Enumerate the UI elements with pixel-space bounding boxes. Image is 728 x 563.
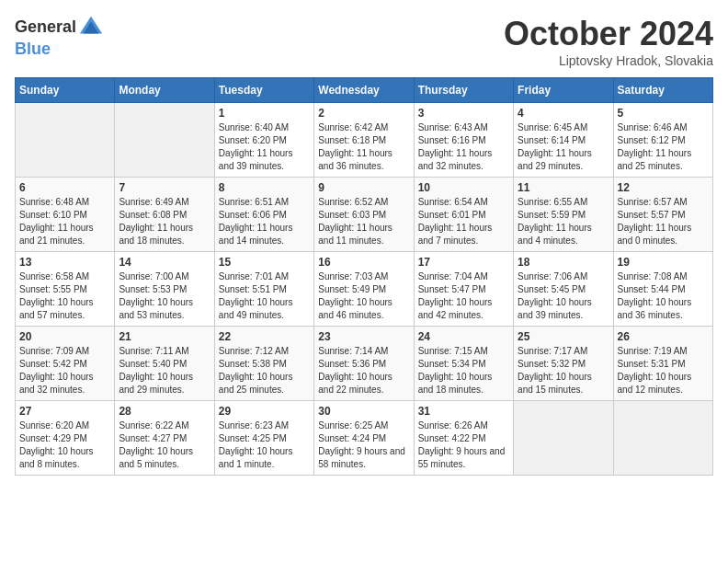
day-info: Sunrise: 6:25 AMSunset: 4:24 PMDaylight:… (318, 419, 409, 471)
day-number: 16 (318, 256, 409, 269)
calendar-cell: 25 Sunrise: 7:17 AMSunset: 5:32 PMDaylig… (514, 327, 613, 401)
title-block: October 2024 Liptovsky Hradok, Slovakia (504, 15, 713, 68)
weekday-header: Sunday (16, 78, 115, 103)
calendar-cell: 20 Sunrise: 7:09 AMSunset: 5:42 PMDaylig… (16, 327, 115, 401)
day-info: Sunrise: 6:52 AMSunset: 6:03 PMDaylight:… (318, 196, 409, 247)
calendar-cell: 24 Sunrise: 7:15 AMSunset: 5:34 PMDaylig… (414, 327, 513, 401)
day-info: Sunrise: 6:55 AMSunset: 5:59 PMDaylight:… (518, 196, 609, 247)
day-info: Sunrise: 6:49 AMSunset: 6:08 PMDaylight:… (119, 196, 210, 247)
calendar-cell: 7 Sunrise: 6:49 AMSunset: 6:08 PMDayligh… (115, 178, 214, 252)
calendar-week-row: 1 Sunrise: 6:40 AMSunset: 6:20 PMDayligh… (16, 103, 713, 178)
day-number: 23 (318, 330, 409, 343)
day-info: Sunrise: 7:12 AMSunset: 5:38 PMDaylight:… (219, 345, 310, 396)
calendar-cell: 15 Sunrise: 7:01 AMSunset: 5:51 PMDaylig… (214, 252, 313, 327)
calendar-cell: 1 Sunrise: 6:40 AMSunset: 6:20 PMDayligh… (214, 103, 313, 178)
weekday-header: Wednesday (314, 78, 414, 103)
day-number: 2 (318, 107, 409, 120)
weekday-header: Saturday (613, 78, 712, 103)
day-number: 31 (418, 405, 509, 418)
day-info: Sunrise: 7:15 AMSunset: 5:34 PMDaylight:… (418, 345, 509, 396)
calendar-cell (514, 401, 613, 476)
weekday-header-row: SundayMondayTuesdayWednesdayThursdayFrid… (16, 78, 713, 103)
day-number: 3 (418, 107, 509, 120)
day-info: Sunrise: 7:00 AMSunset: 5:53 PMDaylight:… (119, 270, 210, 322)
calendar-cell (613, 401, 712, 476)
month-title: October 2024 (504, 15, 713, 53)
calendar-cell: 29 Sunrise: 6:23 AMSunset: 4:25 PMDaylig… (214, 401, 313, 476)
day-info: Sunrise: 6:23 AMSunset: 4:25 PMDaylight:… (219, 419, 310, 471)
day-number: 6 (19, 181, 110, 194)
day-number: 22 (219, 330, 310, 343)
day-info: Sunrise: 7:04 AMSunset: 5:47 PMDaylight:… (418, 270, 509, 322)
day-info: Sunrise: 6:40 AMSunset: 6:20 PMDaylight:… (219, 121, 310, 173)
day-number: 15 (219, 256, 310, 269)
calendar-cell: 23 Sunrise: 7:14 AMSunset: 5:36 PMDaylig… (314, 327, 414, 401)
day-info: Sunrise: 7:01 AMSunset: 5:51 PMDaylight:… (219, 270, 310, 322)
day-info: Sunrise: 7:19 AMSunset: 5:31 PMDaylight:… (618, 345, 709, 396)
day-number: 27 (19, 405, 110, 418)
day-number: 20 (19, 330, 110, 343)
day-info: Sunrise: 6:48 AMSunset: 6:10 PMDaylight:… (19, 196, 110, 247)
calendar-week-row: 27 Sunrise: 6:20 AMSunset: 4:29 PMDaylig… (16, 401, 713, 476)
day-info: Sunrise: 6:57 AMSunset: 5:57 PMDaylight:… (618, 196, 709, 247)
calendar-cell: 8 Sunrise: 6:51 AMSunset: 6:06 PMDayligh… (214, 178, 313, 252)
day-info: Sunrise: 7:03 AMSunset: 5:49 PMDaylight:… (318, 270, 409, 322)
calendar-cell (16, 103, 115, 178)
calendar-cell: 9 Sunrise: 6:52 AMSunset: 6:03 PMDayligh… (314, 178, 414, 252)
day-number: 26 (618, 330, 709, 343)
calendar-cell: 10 Sunrise: 6:54 AMSunset: 6:01 PMDaylig… (414, 178, 513, 252)
day-number: 5 (618, 107, 709, 120)
day-info: Sunrise: 7:14 AMSunset: 5:36 PMDaylight:… (318, 345, 409, 396)
day-info: Sunrise: 6:26 AMSunset: 4:22 PMDaylight:… (418, 419, 509, 471)
day-number: 30 (318, 405, 409, 418)
calendar-cell: 6 Sunrise: 6:48 AMSunset: 6:10 PMDayligh… (16, 178, 115, 252)
day-info: Sunrise: 6:46 AMSunset: 6:12 PMDaylight:… (618, 121, 709, 173)
day-number: 7 (119, 181, 210, 194)
day-info: Sunrise: 6:58 AMSunset: 5:55 PMDaylight:… (19, 270, 110, 322)
logo-blue-text: Blue (15, 40, 51, 58)
weekday-header: Tuesday (214, 78, 313, 103)
calendar-cell: 11 Sunrise: 6:55 AMSunset: 5:59 PMDaylig… (514, 178, 613, 252)
logo: General Blue (15, 15, 104, 59)
day-info: Sunrise: 6:51 AMSunset: 6:06 PMDaylight:… (219, 196, 310, 247)
calendar-cell: 14 Sunrise: 7:00 AMSunset: 5:53 PMDaylig… (115, 252, 214, 327)
day-info: Sunrise: 6:42 AMSunset: 6:18 PMDaylight:… (318, 121, 409, 173)
calendar-cell: 16 Sunrise: 7:03 AMSunset: 5:49 PMDaylig… (314, 252, 414, 327)
day-info: Sunrise: 7:09 AMSunset: 5:42 PMDaylight:… (19, 345, 110, 396)
day-number: 8 (219, 181, 310, 194)
day-info: Sunrise: 6:20 AMSunset: 4:29 PMDaylight:… (19, 419, 110, 471)
day-info: Sunrise: 7:06 AMSunset: 5:45 PMDaylight:… (518, 270, 609, 322)
day-number: 10 (418, 181, 509, 194)
calendar-week-row: 20 Sunrise: 7:09 AMSunset: 5:42 PMDaylig… (16, 327, 713, 401)
calendar-cell: 30 Sunrise: 6:25 AMSunset: 4:24 PMDaylig… (314, 401, 414, 476)
day-number: 12 (618, 181, 709, 194)
day-number: 17 (418, 256, 509, 269)
day-number: 29 (219, 405, 310, 418)
day-number: 14 (119, 256, 210, 269)
calendar-cell (115, 103, 214, 178)
day-info: Sunrise: 6:22 AMSunset: 4:27 PMDaylight:… (119, 419, 210, 471)
calendar-cell: 26 Sunrise: 7:19 AMSunset: 5:31 PMDaylig… (613, 327, 712, 401)
day-number: 9 (318, 181, 409, 194)
day-number: 25 (518, 330, 609, 343)
day-number: 4 (518, 107, 609, 120)
logo-icon (78, 15, 104, 40)
day-number: 11 (518, 181, 609, 194)
weekday-header: Thursday (414, 78, 513, 103)
calendar-cell: 27 Sunrise: 6:20 AMSunset: 4:29 PMDaylig… (16, 401, 115, 476)
day-number: 18 (518, 256, 609, 269)
calendar-cell: 19 Sunrise: 7:08 AMSunset: 5:44 PMDaylig… (613, 252, 712, 327)
calendar-cell: 21 Sunrise: 7:11 AMSunset: 5:40 PMDaylig… (115, 327, 214, 401)
calendar-cell: 5 Sunrise: 6:46 AMSunset: 6:12 PMDayligh… (613, 103, 712, 178)
day-number: 13 (19, 256, 110, 269)
calendar-cell: 22 Sunrise: 7:12 AMSunset: 5:38 PMDaylig… (214, 327, 313, 401)
day-info: Sunrise: 6:54 AMSunset: 6:01 PMDaylight:… (418, 196, 509, 247)
calendar-cell: 17 Sunrise: 7:04 AMSunset: 5:47 PMDaylig… (414, 252, 513, 327)
weekday-header: Monday (115, 78, 214, 103)
calendar-cell: 31 Sunrise: 6:26 AMSunset: 4:22 PMDaylig… (414, 401, 513, 476)
day-info: Sunrise: 6:43 AMSunset: 6:16 PMDaylight:… (418, 121, 509, 173)
calendar-cell: 13 Sunrise: 6:58 AMSunset: 5:55 PMDaylig… (16, 252, 115, 327)
calendar-cell: 4 Sunrise: 6:45 AMSunset: 6:14 PMDayligh… (514, 103, 613, 178)
day-number: 1 (219, 107, 310, 120)
calendar-cell: 18 Sunrise: 7:06 AMSunset: 5:45 PMDaylig… (514, 252, 613, 327)
